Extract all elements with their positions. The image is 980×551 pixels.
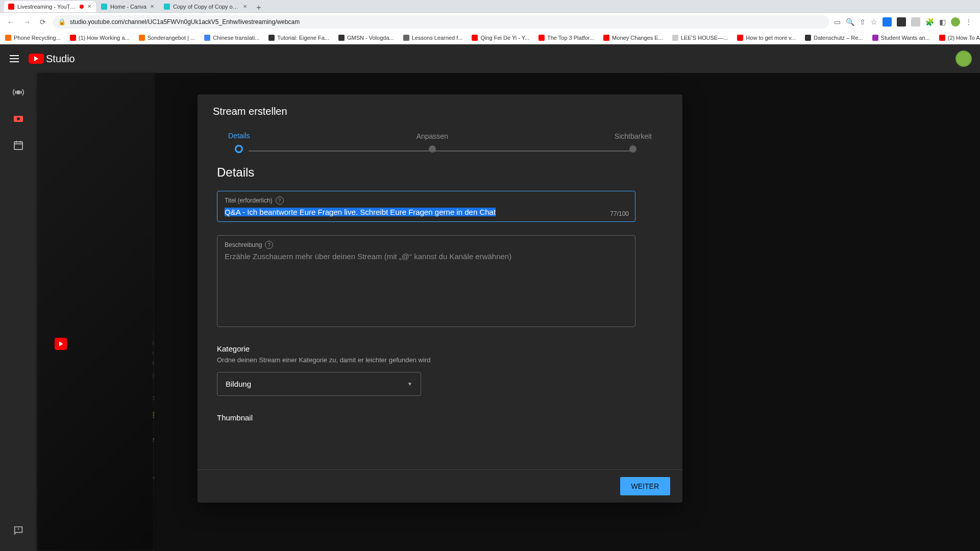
tab-close-icon[interactable]: ✕ [242,4,248,9]
address-bar[interactable]: 🔒 studio.youtube.com/channel/UC1a5FWVn0g… [53,15,829,29]
bookmark-item[interactable]: Sonderangebot | ... [139,35,195,41]
cast-icon[interactable]: ▭ [834,18,841,26]
rail-calendar-icon[interactable] [8,135,29,156]
extension-icon[interactable] [897,17,906,27]
bookmark-item[interactable]: (2) How To Add A... [939,35,980,41]
extensions-puzzle-icon[interactable]: 🧩 [925,18,934,26]
reload-button[interactable]: ⟳ [38,16,48,28]
title-input[interactable]: Q&A - Ich beantworte Eure Fragen live. S… [225,208,628,216]
browser-tab[interactable]: Copy of Copy of Copy of Cop ✕ [160,1,252,12]
left-rail [0,73,37,551]
browser-tab[interactable]: Home - Canva ✕ [97,1,159,12]
canva-favicon [164,4,170,10]
bookmark-item[interactable]: LEE'S HOUSE—... [672,35,728,41]
main-area: Stream erstellen Details Anpassen Sichtb… [37,73,980,551]
tab-close-icon[interactable]: ✕ [150,4,155,9]
step-details[interactable]: Details [228,132,250,153]
description-label: Beschreibung [225,241,262,248]
bookmark-item[interactable]: Student Wants an... [872,35,930,41]
facebook-extension-icon[interactable] [883,17,892,27]
svg-rect-3 [14,142,22,149]
category-description: Ordne deinen Stream einer Kategorie zu, … [217,356,663,364]
category-select[interactable]: Bildung ▼ [217,372,421,396]
description-field[interactable]: Beschreibung ? Erzähle Zuschauern mehr ü… [217,235,635,327]
category-label: Kategorie [217,344,663,353]
browser-tabstrip: Livestreaming - YouTube S ✕ Home - Canva… [0,0,980,13]
youtube-favicon [8,4,14,10]
youtube-icon [55,338,67,350]
bookmark-item[interactable]: Money Changes E... [603,35,663,41]
hamburger-menu-icon[interactable] [8,53,20,65]
bookmark-item[interactable]: Datenschutz – Re... [805,35,863,41]
tab-title: Copy of Copy of Copy of Cop [173,4,239,10]
svg-point-0 [17,91,20,94]
studio-header: Studio [0,44,980,73]
forward-button[interactable]: → [21,16,33,28]
bookmark-item[interactable]: Chinese translati... [204,35,259,41]
chevron-down-icon: ▼ [407,381,412,387]
stepper: Details Anpassen Sichtbarkeit [198,122,682,165]
extension-icon[interactable] [911,17,920,27]
section-heading: Details [217,165,663,180]
description-placeholder: Erzähle Zuschauern mehr über deinen Stre… [225,252,628,261]
tab-title: Livestreaming - YouTube S [17,4,77,10]
studio-logo[interactable]: Studio [29,53,75,65]
canva-favicon [101,4,107,10]
rail-webcam-icon[interactable] [8,109,29,129]
bookmark-star-icon[interactable]: ☆ [871,18,877,26]
recording-indicator-icon [80,5,84,9]
browser-toolbar: ← → ⟳ 🔒 studio.youtube.com/channel/UC1a5… [0,13,980,31]
browser-tab-active[interactable]: Livestreaming - YouTube S ✕ [4,1,96,12]
new-tab-button[interactable]: + [253,3,265,12]
title-field[interactable]: Titel (erforderlich) ? Q&A - Ich beantwo… [217,191,635,222]
url-text: studio.youtube.com/channel/UC1a5FWVn0gUk… [70,18,300,26]
share-icon[interactable]: ⇧ [860,18,866,26]
category-value: Bildung [226,380,251,388]
rail-stream-icon[interactable] [8,82,29,103]
bookmark-item[interactable]: The Top 3 Platfor... [538,35,594,41]
step-visibility[interactable]: Sichtbarkeit [615,132,652,153]
bookmark-item[interactable]: Tutorial: Eigene Fa... [268,35,329,41]
next-button[interactable]: WEITER [620,477,670,495]
create-stream-modal: Stream erstellen Details Anpassen Sichtb… [198,94,682,503]
bookmark-item[interactable]: GMSN - Vologda... [338,35,394,41]
title-label: Titel (erforderlich) [225,197,273,204]
thumbnail-label: Thumbnail [217,413,663,422]
profile-avatar[interactable] [951,17,960,27]
bookmark-item[interactable]: How to get more v... [737,35,796,41]
help-icon[interactable]: ? [276,196,284,205]
zoom-icon[interactable]: 🔍 [846,18,854,26]
lock-icon: 🔒 [58,18,66,26]
title-char-count: 77/100 [610,210,629,217]
step-customize[interactable]: Anpassen [416,132,448,153]
chrome-menu-icon[interactable]: ⋮ [965,18,972,26]
help-icon[interactable]: ? [265,241,273,249]
bookmarks-bar: Phone Recycling... (1) How Working a... … [0,31,980,44]
account-avatar[interactable] [955,51,972,67]
studio-logo-text: Studio [46,53,75,65]
tab-close-icon[interactable]: ✕ [87,4,92,9]
bookmark-item[interactable]: Phone Recycling... [5,35,61,41]
feedback-icon[interactable] [8,520,29,541]
youtube-play-icon [29,54,44,64]
window-icon[interactable]: ◧ [939,18,946,26]
tab-title: Home - Canva [110,4,146,10]
modal-title: Stream erstellen [198,94,682,122]
bookmark-item[interactable]: (1) How Working a... [70,35,130,41]
svg-point-2 [17,117,20,120]
bookmark-item[interactable]: Qing Fei De Yi - Y... [472,35,529,41]
back-button[interactable]: ← [5,16,16,28]
bookmark-item[interactable]: Lessons Learned f... [403,35,463,41]
